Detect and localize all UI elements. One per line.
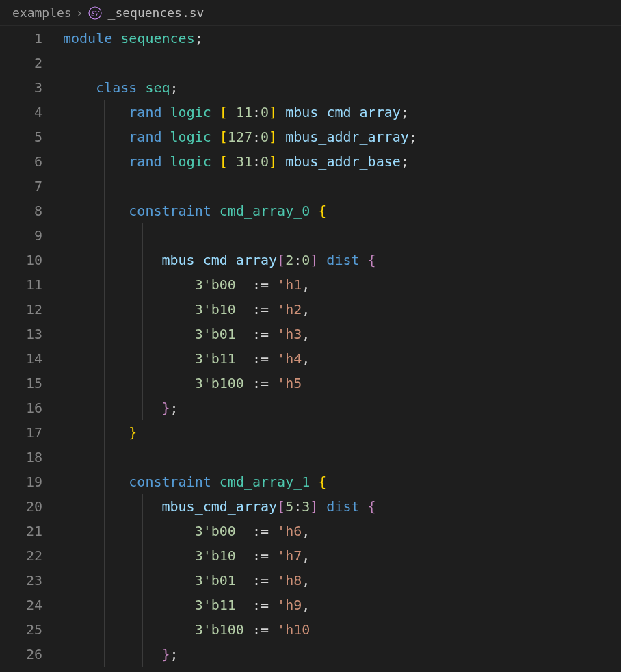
- line-number[interactable]: 17: [0, 420, 42, 445]
- code-line[interactable]: [63, 445, 621, 469]
- svg-text:SV: SV: [91, 10, 100, 17]
- sv-file-icon: SV: [88, 5, 103, 21]
- breadcrumb[interactable]: examples › SV _sequences.sv: [0, 0, 621, 26]
- line-number[interactable]: 8: [0, 198, 42, 223]
- line-number[interactable]: 10: [0, 248, 42, 272]
- code-line[interactable]: [63, 51, 621, 75]
- code-line[interactable]: 3'b10 := 'h7,: [63, 543, 621, 568]
- code-line[interactable]: 3'b00 := 'h6,: [63, 519, 621, 543]
- line-number[interactable]: 2: [0, 51, 42, 75]
- line-number[interactable]: 13: [0, 322, 42, 346]
- line-number[interactable]: 20: [0, 494, 42, 519]
- line-number[interactable]: 3: [0, 75, 42, 100]
- code-line[interactable]: constraint cmd_array_1 {: [63, 469, 621, 494]
- code-line[interactable]: 3'b11 := 'h9,: [63, 593, 621, 617]
- code-line[interactable]: }: [63, 420, 621, 445]
- line-number[interactable]: 16: [0, 396, 42, 420]
- line-number[interactable]: 4: [0, 100, 42, 125]
- line-number[interactable]: 25: [0, 617, 42, 642]
- code-line[interactable]: class seq;: [63, 75, 621, 100]
- line-number[interactable]: 26: [0, 642, 42, 667]
- code-line[interactable]: [63, 223, 621, 248]
- indent-guide: [104, 223, 105, 248]
- line-number[interactable]: 5: [0, 125, 42, 149]
- line-number[interactable]: 18: [0, 445, 42, 469]
- indent-guide: [142, 223, 143, 248]
- code-line[interactable]: };: [63, 642, 621, 667]
- breadcrumb-folder[interactable]: examples: [12, 5, 72, 20]
- line-number[interactable]: 12: [0, 297, 42, 322]
- code-line[interactable]: 3'b00 := 'h1,: [63, 272, 621, 297]
- code-line[interactable]: 3'b01 := 'h3,: [63, 322, 621, 346]
- line-number[interactable]: 15: [0, 371, 42, 396]
- code-line[interactable]: rand logic [ 11:0] mbus_cmd_array;: [63, 100, 621, 125]
- indent-guide: [66, 51, 66, 75]
- line-number[interactable]: 23: [0, 568, 42, 593]
- editor: 1234567891011121314151617181920212223242…: [0, 26, 621, 672]
- line-number[interactable]: 14: [0, 346, 42, 371]
- code-line[interactable]: [63, 174, 621, 198]
- line-number[interactable]: 9: [0, 223, 42, 248]
- line-number[interactable]: 21: [0, 519, 42, 543]
- indent-guide: [66, 223, 66, 248]
- code-line[interactable]: mbus_cmd_array[5:3] dist {: [63, 494, 621, 519]
- line-number[interactable]: 6: [0, 149, 42, 174]
- code-area[interactable]: module sequences; class seq; rand logic …: [63, 26, 621, 672]
- code-line[interactable]: 3'b10 := 'h2,: [63, 297, 621, 322]
- line-number[interactable]: 24: [0, 593, 42, 617]
- line-number[interactable]: 7: [0, 174, 42, 198]
- code-line[interactable]: rand logic [127:0] mbus_addr_array;: [63, 125, 621, 149]
- indent-guide: [66, 445, 66, 469]
- indent-guide: [104, 174, 105, 198]
- breadcrumb-sep: ›: [76, 5, 83, 20]
- line-number-gutter[interactable]: 1234567891011121314151617181920212223242…: [0, 26, 63, 672]
- breadcrumb-filename[interactable]: _sequences.sv: [108, 5, 204, 20]
- line-number[interactable]: 1: [0, 26, 42, 51]
- code-line[interactable]: 3'b01 := 'h8,: [63, 568, 621, 593]
- indent-guide: [66, 174, 66, 198]
- line-number[interactable]: 22: [0, 543, 42, 568]
- code-line[interactable]: rand logic [ 31:0] mbus_addr_base;: [63, 149, 621, 174]
- code-line[interactable]: };: [63, 396, 621, 420]
- indent-guide: [104, 445, 105, 469]
- line-number[interactable]: 19: [0, 469, 42, 494]
- code-line[interactable]: mbus_cmd_array[2:0] dist {: [63, 248, 621, 272]
- code-line[interactable]: constraint cmd_array_0 {: [63, 198, 621, 223]
- code-line[interactable]: 3'b100 := 'h10: [63, 617, 621, 642]
- code-line[interactable]: 3'b100 := 'h5: [63, 371, 621, 396]
- code-line[interactable]: module sequences;: [63, 26, 621, 51]
- line-number[interactable]: 11: [0, 272, 42, 297]
- code-line[interactable]: 3'b11 := 'h4,: [63, 346, 621, 371]
